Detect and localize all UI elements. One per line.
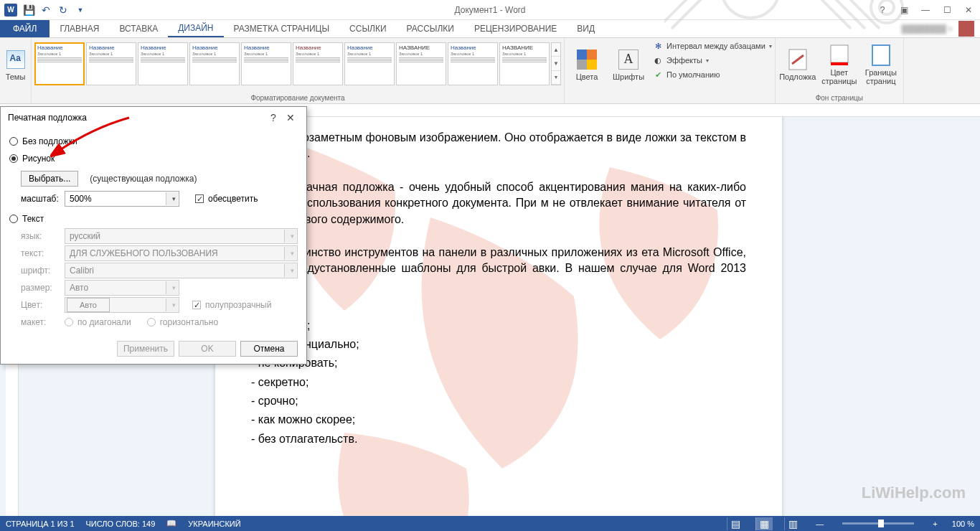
choose-picture-button[interactable]: Выбрать... — [21, 171, 78, 187]
ribbon: Темы НазваниеЗаголовок 1 НазваниеЗаголов… — [0, 38, 980, 104]
style-item[interactable]: НазваниеЗаголовок 1 — [448, 42, 498, 85]
font-combo: Calibri▾ — [65, 263, 298, 278]
radio-no-watermark[interactable]: Без подложки — [9, 133, 298, 150]
status-proofing-icon[interactable]: 📖 — [166, 519, 176, 528]
scale-combo[interactable]: 500%▾ — [65, 191, 179, 207]
watermark-button[interactable]: Подложка — [778, 39, 817, 90]
style-item[interactable]: НазваниеЗаголовок 1 — [241, 42, 291, 85]
discolor-checkbox[interactable] — [195, 194, 204, 203]
avatar[interactable] — [958, 21, 974, 37]
style-gallery[interactable]: НазваниеЗаголовок 1 НазваниеЗаголовок 1 … — [34, 42, 561, 85]
dialog-help-icon[interactable]: ? — [265, 109, 282, 126]
color-combo: Авто▾ — [65, 297, 179, 313]
apply-button: Применить — [117, 341, 174, 357]
tab-design[interactable]: ДИЗАЙН — [168, 20, 223, 37]
user-name: ████████ ▾ — [902, 24, 953, 34]
dialog-close-icon[interactable]: ✕ — [282, 109, 299, 126]
svg-rect-6 — [831, 62, 848, 65]
themes-button[interactable]: Темы — [3, 39, 28, 90]
spacing-icon: ✻ — [652, 40, 664, 52]
tab-references[interactable]: ССЫЛКИ — [339, 20, 396, 37]
dialog-title: Печатная подложка — [8, 113, 87, 123]
style-item[interactable]: НазваниеЗаголовок 1 — [344, 42, 395, 85]
radio-text[interactable]: Текст — [9, 210, 298, 227]
tab-insert[interactable]: ВСТАВКА — [109, 20, 168, 37]
tab-file[interactable]: ФАЙЛ — [0, 20, 50, 37]
paragraph: к и большинство инструментов на панели в… — [251, 245, 746, 293]
colors-icon — [577, 50, 597, 70]
list-item: - срочно; — [251, 393, 746, 409]
style-item[interactable]: НазваниеЗаголовок 1 — [189, 42, 240, 85]
list-item: - как можно скорее; — [251, 412, 746, 428]
gallery-scroll[interactable]: ▲▼▾ — [551, 42, 561, 85]
scale-label: масштаб: — [21, 194, 60, 204]
redo-icon[interactable]: ↻ — [57, 4, 69, 16]
effects-button[interactable]: ◐Эффекты▾ — [652, 54, 772, 67]
radio-horizontal — [147, 318, 156, 326]
ok-button: OK — [179, 341, 236, 357]
dialog-titlebar[interactable]: Печатная подложка ? ✕ — [1, 107, 306, 128]
zoom-out-icon[interactable]: — — [813, 520, 826, 528]
colors-button[interactable]: Цвета — [567, 39, 606, 90]
style-item[interactable]: НАЗВАНИЕЗаголовок 1 — [499, 42, 550, 85]
zoom-in-icon[interactable]: + — [930, 520, 940, 528]
zoom-slider[interactable] — [842, 522, 914, 525]
svg-rect-7 — [872, 45, 890, 65]
list-item: - без отлагательств. — [251, 431, 746, 447]
tab-review[interactable]: РЕЦЕНЗИРОВАНИЕ — [464, 20, 567, 37]
radio-diagonal — [65, 318, 73, 326]
set-default-button[interactable]: ✔По умолчанию — [652, 68, 772, 81]
document-body[interactable]: ется слабозаметным фоновым изображением.… — [251, 130, 746, 447]
watermark-icon — [786, 48, 809, 71]
close-icon[interactable]: ✕ — [961, 3, 976, 17]
fonts-button[interactable]: AШрифты — [609, 39, 648, 90]
paragraph-spacing-button[interactable]: ✻Интервал между абзацами▾ — [652, 39, 772, 52]
cancel-button[interactable]: Отмена — [240, 341, 298, 357]
tab-layout[interactable]: РАЗМЕТКА СТРАНИЦЫ — [224, 20, 340, 37]
tab-home[interactable]: ГЛАВНАЯ — [50, 20, 109, 37]
view-read-icon[interactable]: ▤ — [727, 517, 744, 530]
status-words[interactable]: ЧИСЛО СЛОВ: 149 — [86, 520, 156, 528]
view-web-icon[interactable]: ▥ — [784, 517, 801, 530]
list-item: - черновик; — [251, 318, 746, 334]
list-item: - секретно; — [251, 375, 746, 390]
style-item[interactable]: НазваниеЗаголовок 1 — [293, 42, 343, 85]
existing-watermark-label: (существующая подложка) — [90, 174, 197, 184]
minimize-icon[interactable]: — — [918, 3, 933, 17]
style-item[interactable]: НАЗВАНИЕЗаголовок 1 — [396, 42, 446, 85]
undo-icon[interactable]: ↶ — [40, 4, 52, 16]
ribbon-options-icon[interactable]: ▣ — [897, 3, 911, 17]
paragraph: полупрозрачная подложка - очень удобный … — [251, 179, 746, 227]
maximize-icon[interactable]: ☐ — [940, 3, 954, 17]
view-print-icon[interactable]: ▦ — [755, 517, 773, 530]
list-item: бразец; — [251, 299, 746, 314]
help-icon[interactable]: ? — [875, 3, 890, 17]
status-language[interactable]: УКРАИНСКИЙ — [188, 520, 240, 528]
list-item: - не копировать; — [251, 355, 746, 371]
style-item[interactable]: НазваниеЗаголовок 1 — [138, 42, 188, 85]
tab-mailings[interactable]: РАССЫЛКИ — [397, 20, 464, 37]
style-item[interactable]: НазваниеЗаголовок 1 — [34, 42, 85, 85]
zoom-level[interactable]: 100 % — [952, 520, 974, 528]
window-title: Документ1 - Word — [454, 5, 525, 15]
effects-icon: ◐ — [652, 55, 664, 66]
page-color-icon — [828, 44, 851, 67]
text-combo: ДЛЯ СЛУЖЕБНОГО ПОЛЬЗОВАНИЯ▾ — [65, 245, 298, 261]
group-label-background: Фон страницы — [778, 93, 900, 103]
style-item[interactable]: НазваниеЗаголовок 1 — [86, 42, 136, 85]
site-watermark: LiWiHelp.com — [862, 484, 966, 502]
semitransparent-checkbox — [192, 301, 201, 309]
language-combo: русский▾ — [65, 228, 298, 244]
save-icon[interactable]: 💾 — [23, 4, 34, 16]
group-label-formatting: Форматирование документа — [34, 93, 561, 103]
borders-icon — [870, 44, 892, 67]
status-page[interactable]: СТРАНИЦА 1 ИЗ 1 — [6, 520, 75, 528]
qat-dropdown-icon[interactable]: ▼ — [75, 4, 86, 16]
list-item: - конфиденциально; — [251, 337, 746, 352]
title-bar: W 💾 ↶ ↻ ▼ Документ1 - Word ? ▣ — ☐ ✕ — [0, 0, 980, 20]
tab-view[interactable]: ВИД — [567, 20, 605, 37]
page-borders-button[interactable]: Границы страниц — [862, 39, 900, 90]
radio-picture[interactable]: Рисунок — [9, 150, 298, 167]
themes-icon — [6, 50, 25, 69]
page-color-button[interactable]: Цвет страницы — [820, 39, 859, 90]
